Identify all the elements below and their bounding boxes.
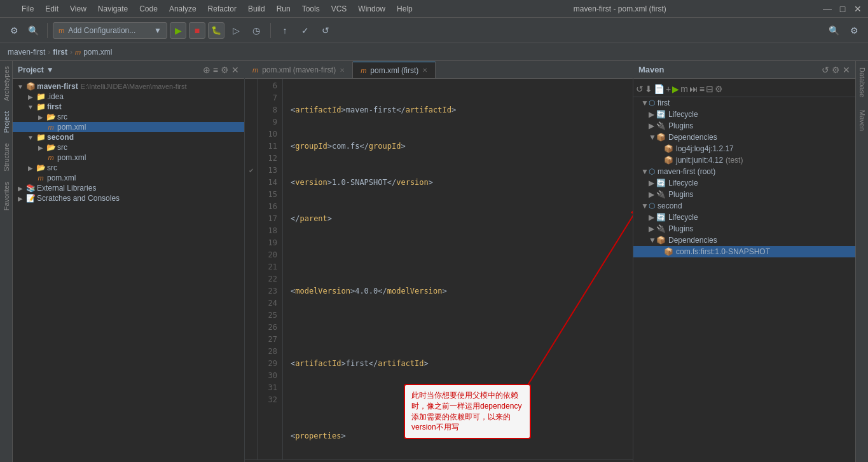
tree-item-idea[interactable]: ▶ 📁 .idea	[13, 92, 244, 102]
search-everywhere-btn[interactable]: 🔍	[825, 22, 843, 39]
menu-edit[interactable]: File	[17, 3, 39, 15]
menu-file[interactable]	[5, 3, 15, 15]
menu-edit[interactable]: Edit	[40, 3, 64, 15]
tree-label: second	[47, 133, 74, 142]
menu-analyze[interactable]: Analyze	[164, 3, 202, 15]
maven-label-com-fs: com.fs:first:1.0-SNAPSHOT	[676, 247, 770, 256]
stop-button[interactable]: ■	[189, 22, 205, 39]
maven-label-junit: junit:junit:4.12	[676, 156, 723, 165]
maven-collapse-btn[interactable]: ⊟	[706, 84, 713, 94]
menu-code[interactable]: Code	[134, 3, 163, 15]
vcs-update-btn[interactable]: ↑	[276, 22, 294, 39]
tree-item-first[interactable]: ▼ 📁 first	[13, 102, 244, 112]
tree-item-src3[interactable]: ▶ 📂 src	[13, 163, 244, 173]
maven-item-plugins2[interactable]: ▶ 🔌 Plugins	[633, 189, 855, 200]
tree-item-src2[interactable]: ▶ 📂 src	[13, 142, 244, 153]
maven-settings-btn[interactable]: ⚙	[832, 65, 840, 75]
maven-reload-btn[interactable]: ↺	[636, 84, 644, 94]
maven-skip-btn[interactable]: ⏭	[689, 84, 698, 94]
sidebar-tab-favorites[interactable]: Favorites	[1, 177, 11, 215]
maven-expand-first: ▼	[641, 99, 649, 107]
maven-item-junit[interactable]: 📦 junit:junit:4.12 (test)	[633, 154, 855, 166]
settings-btn[interactable]: ⚙	[845, 22, 863, 39]
maximize-button[interactable]: □	[837, 4, 848, 14]
maven-item-log4j[interactable]: 📦 log4j:log4j:1.2.17	[633, 143, 855, 154]
close-button[interactable]: ✕	[853, 4, 863, 14]
vcs-commit-btn[interactable]: ✓	[296, 22, 314, 39]
maven-dep-icon-log4j: 📦	[664, 144, 673, 153]
breadcrumb-first[interactable]: first	[53, 48, 67, 57]
maven-toggle-btn[interactable]: ≡	[699, 84, 705, 94]
minimize-button[interactable]: —	[822, 4, 832, 14]
tree-item-src[interactable]: ▶ 📂 src	[13, 112, 244, 122]
line-num-28: 28	[258, 346, 277, 358]
maven-run2-btn[interactable]: m	[680, 84, 688, 94]
profile-btn[interactable]: ◷	[247, 22, 265, 39]
right-tab-database[interactable]: Database	[857, 61, 867, 104]
sidebar-tab-project[interactable]: Project	[1, 106, 11, 138]
gutter-14	[245, 177, 257, 189]
menu-view[interactable]: View	[65, 3, 92, 15]
menu-build[interactable]: Build	[243, 3, 270, 15]
menu-refactor[interactable]: Refactor	[203, 3, 242, 15]
tree-item-scratches[interactable]: ▶ 📝 Scratches and Consoles	[13, 193, 244, 203]
breadcrumb-file[interactable]: pom.xml	[83, 48, 112, 57]
project-add-btn[interactable]: ⊕	[203, 65, 210, 75]
project-collapse-btn[interactable]: ≡	[213, 65, 218, 75]
maven-item-lifecycle[interactable]: ▶ 🔄 Lifecycle	[633, 109, 855, 120]
vcs-history-btn[interactable]: ↺	[317, 22, 334, 39]
maven-close-btn[interactable]: ✕	[843, 65, 850, 75]
menu-vcs[interactable]: VCS	[326, 3, 352, 15]
project-title[interactable]: Project ▼	[18, 65, 54, 74]
run-button[interactable]: ▶	[170, 22, 186, 39]
tree-item-pom-first[interactable]: m pom.xml	[13, 122, 244, 132]
tree-item-pom-second[interactable]: m pom.xml	[13, 153, 244, 163]
line-num-31: 31	[258, 382, 277, 394]
menu-window[interactable]: Window	[353, 3, 390, 15]
sidebar-tab-structure[interactable]: Structure	[1, 138, 11, 177]
maven-item-maven-first-root[interactable]: ▼ ⬡ maven-first (root)	[633, 166, 855, 177]
maven-settings2-btn[interactable]: ⚙	[715, 84, 723, 94]
tree-item-second[interactable]: ▼ 📁 second	[13, 132, 244, 142]
tab-icon-1: m	[252, 66, 258, 74]
project-settings-btn[interactable]: ⚙	[221, 65, 229, 75]
maven-item-lifecycle2[interactable]: ▶ 🔄 Lifecycle	[633, 177, 855, 189]
maven-item-com-fs-first[interactable]: 📦 com.fs:first:1.0-SNAPSHOT	[633, 246, 855, 257]
run-config-dropdown[interactable]: m Add Configuration... ▼	[53, 22, 167, 39]
menu-help[interactable]: Help	[392, 3, 418, 15]
project-close-btn[interactable]: ✕	[231, 65, 239, 75]
toolbar-search-btn[interactable]: 🔍	[24, 22, 42, 39]
run-config-label: Add Configuration...	[68, 26, 135, 35]
maven-item-second[interactable]: ▼ ⬡ second	[633, 200, 855, 212]
module-folder-icon: 📁	[36, 102, 46, 111]
maven-download-docs-btn[interactable]: 📄	[654, 84, 665, 94]
maven-add-btn[interactable]: +	[666, 84, 671, 94]
tab-close-1[interactable]: ✕	[340, 67, 345, 74]
maven-label-lifecycle: Lifecycle	[668, 110, 698, 119]
tab-close-2[interactable]: ✕	[422, 67, 427, 74]
sidebar-tab-archetypes[interactable]: Archetypes	[1, 61, 11, 106]
maven-item-plugins[interactable]: ▶ 🔌 Plugins	[633, 120, 855, 132]
menu-run[interactable]: Run	[272, 3, 296, 15]
maven-item-lifecycle3[interactable]: ▶ 🔄 Lifecycle	[633, 212, 855, 223]
tree-item-external-libs[interactable]: ▶ 📚 External Libraries	[13, 183, 244, 193]
maven-refresh-btn[interactable]: ↺	[822, 65, 829, 75]
maven-item-dependencies3[interactable]: ▼ 📦 Dependencies	[633, 234, 855, 246]
coverage-btn[interactable]: ▷	[227, 22, 245, 39]
toolbar-settings-btn[interactable]: ⚙	[5, 22, 23, 39]
maven-item-plugins3[interactable]: ▶ 🔌 Plugins	[633, 223, 855, 234]
menu-navigate[interactable]: Navigate	[93, 3, 133, 15]
tab-icon-2: m	[361, 67, 366, 74]
menu-tools[interactable]: Tools	[297, 3, 325, 15]
tree-item-maven-first[interactable]: ▼ 📦 maven-first E:\IntelliJ\IDEA\Maven\m…	[13, 81, 244, 92]
maven-run-btn[interactable]: ▶	[672, 84, 679, 94]
maven-item-dependencies[interactable]: ▼ 📦 Dependencies	[633, 132, 855, 143]
tree-item-pom-root[interactable]: m pom.xml	[13, 173, 244, 183]
maven-item-first[interactable]: ▼ ⬡ first	[633, 97, 855, 109]
breadcrumb-maven-first[interactable]: maven-first	[8, 48, 45, 57]
debug-button[interactable]: 🐛	[208, 22, 224, 39]
maven-download-sources-btn[interactable]: ⬇	[645, 84, 652, 94]
editor-tab-first[interactable]: m pom.xml (first) ✕	[353, 62, 436, 78]
right-tab-maven[interactable]: Maven	[857, 104, 867, 137]
editor-tab-maven-first[interactable]: m pom.xml (maven-first) ✕	[245, 62, 353, 78]
